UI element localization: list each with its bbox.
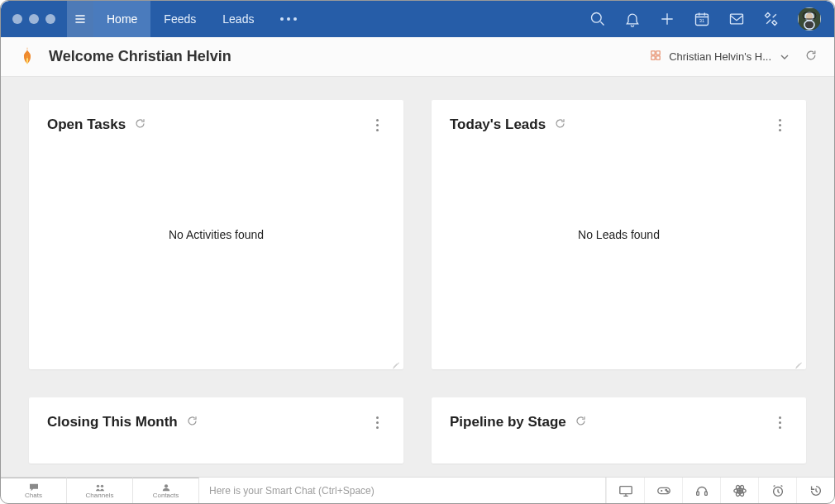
card-open-tasks: Open Tasks No Activities found xyxy=(29,100,403,369)
svg-rect-11 xyxy=(656,56,660,59)
app-logo-icon xyxy=(17,45,37,69)
card-todays-leads: Today's Leads No Leads found xyxy=(432,100,806,369)
refresh-icon[interactable] xyxy=(134,117,146,133)
nav-leads[interactable]: Leads xyxy=(209,1,267,37)
plus-icon[interactable] xyxy=(659,11,675,27)
footer-bar: Chats Channels Contacts Here is your Sma… xyxy=(1,477,834,503)
resize-handle[interactable] xyxy=(793,358,803,368)
svg-point-18 xyxy=(666,491,667,492)
empty-state-text: No Activities found xyxy=(169,228,264,241)
account-name: Christian Helvin's H... xyxy=(669,50,771,63)
footer-tab-label: Chats xyxy=(25,492,42,499)
svg-rect-15 xyxy=(619,486,631,493)
history-icon[interactable] xyxy=(796,478,834,503)
card-menu-button[interactable] xyxy=(369,119,385,131)
svg-point-13 xyxy=(100,484,103,487)
svg-rect-10 xyxy=(651,56,655,59)
refresh-icon[interactable] xyxy=(186,415,198,430)
window-controls xyxy=(1,1,67,37)
dashboard-content: Open Tasks No Activities found Today's L… xyxy=(1,77,834,477)
card-title: Pipeline by Stage xyxy=(450,414,566,430)
top-bar: Home Feeds Leads 31 xyxy=(1,1,834,37)
account-switcher[interactable]: Christian Helvin's H... xyxy=(651,50,790,63)
card-closing-month: Closing This Month xyxy=(29,397,403,464)
menu-button[interactable] xyxy=(67,1,93,37)
card-menu-button[interactable] xyxy=(771,416,788,429)
svg-point-0 xyxy=(592,13,602,23)
toolbar-icons: 31 xyxy=(576,1,834,37)
card-pipeline: Pipeline by Stage xyxy=(432,397,806,464)
page-header: Welcome Christian Helvin Christian Helvi… xyxy=(1,37,834,77)
card-menu-button[interactable] xyxy=(771,119,788,131)
footer-tab-label: Contacts xyxy=(153,492,179,499)
window-max-dot[interactable] xyxy=(45,14,55,24)
gamepad-icon[interactable] xyxy=(644,478,682,503)
svg-rect-6 xyxy=(804,21,814,29)
nav-more[interactable] xyxy=(267,1,310,37)
bell-icon[interactable] xyxy=(624,11,641,27)
mail-icon[interactable] xyxy=(728,11,745,27)
footer-tab-contacts[interactable]: Contacts xyxy=(133,478,199,503)
refresh-icon[interactable] xyxy=(575,415,587,430)
screen-icon[interactable] xyxy=(606,478,644,503)
main-nav: Home Feeds Leads xyxy=(93,1,267,37)
footer-tab-chats[interactable]: Chats xyxy=(1,478,67,503)
footer-tab-channels[interactable]: Channels xyxy=(67,478,133,503)
svg-rect-8 xyxy=(651,51,655,55)
footer-utility-icons xyxy=(606,478,834,503)
svg-rect-9 xyxy=(656,51,660,55)
welcome-text: Welcome Christian Helvin xyxy=(49,48,231,65)
empty-state-text: No Leads found xyxy=(578,228,660,241)
nav-feeds[interactable]: Feeds xyxy=(150,1,209,37)
nav-home[interactable]: Home xyxy=(93,1,150,37)
resize-handle[interactable] xyxy=(390,358,400,368)
svg-text:31: 31 xyxy=(699,18,704,23)
card-title: Open Tasks xyxy=(47,116,126,133)
window-min-dot[interactable] xyxy=(29,14,39,24)
atom-icon[interactable] xyxy=(720,478,758,503)
smart-chat-input[interactable]: Here is your Smart Chat (Ctrl+Space) xyxy=(199,478,606,503)
footer-tab-label: Channels xyxy=(86,492,114,499)
card-menu-button[interactable] xyxy=(369,416,385,429)
svg-point-14 xyxy=(164,484,167,487)
svg-rect-3 xyxy=(731,14,743,24)
svg-point-21 xyxy=(738,489,741,492)
headset-icon[interactable] xyxy=(682,478,720,503)
search-icon[interactable] xyxy=(589,11,606,27)
user-avatar[interactable] xyxy=(798,7,821,31)
card-title: Today's Leads xyxy=(450,116,546,133)
chevron-down-icon xyxy=(780,52,790,62)
alarm-icon[interactable] xyxy=(758,478,796,503)
refresh-page-button[interactable] xyxy=(804,49,818,65)
card-title: Closing This Month xyxy=(47,414,178,430)
tools-icon[interactable] xyxy=(763,11,780,27)
window-close-dot[interactable] xyxy=(12,14,22,24)
refresh-icon[interactable] xyxy=(554,117,566,133)
svg-point-12 xyxy=(96,484,98,487)
calendar-icon[interactable]: 31 xyxy=(694,11,710,27)
svg-point-17 xyxy=(665,489,666,490)
